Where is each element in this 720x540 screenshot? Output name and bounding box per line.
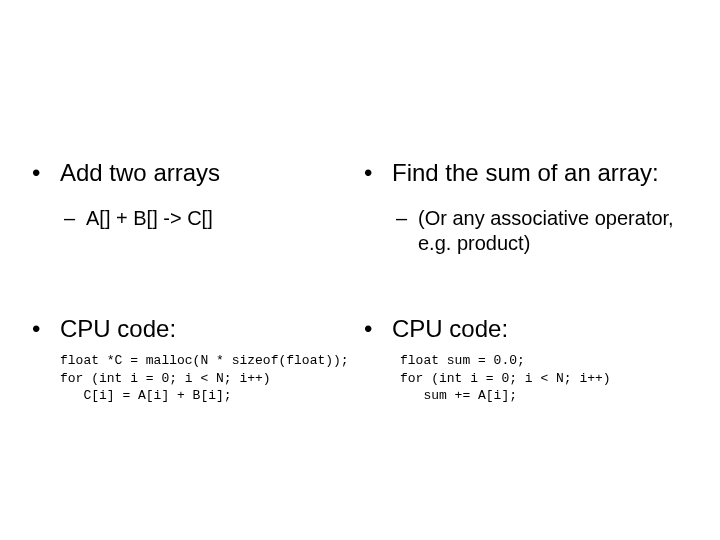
col-left-code: float *C = malloc(N * sizeof(float)); fo… (28, 352, 360, 405)
left-cpu-label: CPU code: (60, 314, 360, 344)
col-right-main: • Find the sum of an array: (360, 158, 692, 188)
right-sub-bullet: – (Or any associative operator, e.g. pro… (360, 206, 692, 256)
row-sub-bullets: – A[] + B[] -> C[] – (Or any associative… (0, 206, 720, 256)
col-right-sub: – (Or any associative operator, e.g. pro… (360, 206, 692, 256)
right-title-text: Find the sum of an array: (392, 158, 692, 188)
row-code: float *C = malloc(N * sizeof(float)); fo… (0, 352, 720, 405)
bullet-dot-icon: • (28, 314, 60, 344)
right-code-block: float sum = 0.0; for (int i = 0; i < N; … (360, 352, 692, 405)
left-cpu-bullet: • CPU code: (28, 314, 360, 344)
bullet-dot-icon: • (360, 158, 392, 188)
col-right-cpu: • CPU code: (360, 314, 692, 344)
col-left-main: • Add two arrays (28, 158, 360, 188)
right-sub-text: (Or any associative operator, e.g. produ… (418, 206, 692, 256)
left-code-block: float *C = malloc(N * sizeof(float)); fo… (28, 352, 360, 405)
left-title-text: Add two arrays (60, 158, 360, 188)
col-left-cpu: • CPU code: (28, 314, 360, 344)
col-right-code: float sum = 0.0; for (int i = 0; i < N; … (360, 352, 692, 405)
right-cpu-label: CPU code: (392, 314, 692, 344)
left-sub-text: A[] + B[] -> C[] (86, 206, 360, 231)
bullet-dash-icon: – (396, 206, 418, 231)
row-main-bullets: • Add two arrays • Find the sum of an ar… (0, 158, 720, 188)
slide: • Add two arrays • Find the sum of an ar… (0, 158, 720, 540)
right-cpu-bullet: • CPU code: (360, 314, 692, 344)
right-title-bullet: • Find the sum of an array: (360, 158, 692, 188)
bullet-dot-icon: • (360, 314, 392, 344)
bullet-dot-icon: • (28, 158, 60, 188)
left-sub-bullet: – A[] + B[] -> C[] (28, 206, 360, 231)
left-title-bullet: • Add two arrays (28, 158, 360, 188)
col-left-sub: – A[] + B[] -> C[] (28, 206, 360, 256)
row-cpu-bullets: • CPU code: • CPU code: (0, 314, 720, 344)
bullet-dash-icon: – (64, 206, 86, 231)
